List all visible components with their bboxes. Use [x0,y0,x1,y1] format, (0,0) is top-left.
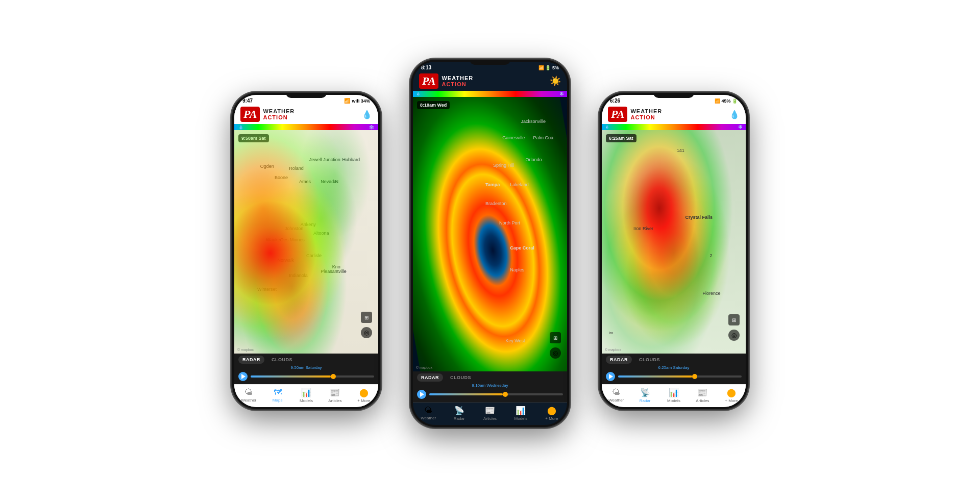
playback-bar-center [417,389,563,400]
status-time-right: 6:26 [610,98,620,104]
nav-more-left[interactable]: ⬤ + More [350,385,378,407]
nav-more-icon-right: ⬤ [727,388,736,397]
pa-action-label-right: ACTION [630,114,662,120]
progress-track-center[interactable] [429,393,563,395]
progress-thumb-right[interactable] [692,374,697,379]
pa-badge-left: PA [240,107,260,122]
mapbox-logo-center: © mapbox [416,366,432,369]
progress-thumb-left[interactable] [331,374,336,379]
nav-weather-center[interactable]: 🌤 Weather [413,403,444,425]
sun-icon-center: ☀️ [550,76,561,87]
pa-text-right: WEATHER ACTION [630,108,662,120]
layers-btn-right[interactable]: ⊞ [728,314,740,325]
status-time-center: 8:13 [421,65,431,70]
pa-action-label-center: ACTION [442,81,473,87]
tab-clouds-center[interactable]: CLOUDS [446,373,475,382]
location-btn-center[interactable]: ◎ [550,347,561,359]
nav-articles-label-right: Articles [696,398,709,403]
tab-clouds-left[interactable]: CLOUDS [267,356,297,364]
time-label-left: 9:50am Saturday [238,365,374,370]
nav-more-label-center: + More [545,416,558,421]
bottom-nav-right: 🌤 Weather 📡 Radar 📊 Models 📰 Articles ⬤ [602,384,746,407]
map-area-left[interactable]: Boone Ames Nevada Des Moines Ankeny Alto… [234,130,378,354]
tab-radar-right[interactable]: RADAR [606,356,632,364]
nav-articles-left[interactable]: 📰 Articles [321,385,349,407]
play-btn-left[interactable] [238,372,248,381]
nav-articles-icon-center: 📰 [485,406,495,415]
nav-models-label-left: Models [300,398,313,403]
nav-more-icon-left: ⬤ [359,388,369,397]
map-area-center[interactable]: Jacksonville Gainesville Palm Coa Spring… [413,97,567,371]
time-label-center: 8:10am Wednesday [417,383,563,388]
progress-track-right[interactable] [618,375,742,378]
pa-weather-label-left: WEATHER [263,108,295,114]
nav-models-right[interactable]: 📊 Models [659,385,688,407]
header-icon-left: 💧 [362,110,372,119]
nav-models-icon-center: 📊 [516,406,526,415]
pa-badge-right: PA [608,107,627,122]
nav-more-right[interactable]: ⬤ + More [717,385,746,407]
app-header-center: PA WEATHER ACTION ☀️ [413,71,567,91]
tab-radar-left[interactable]: RADAR [238,356,264,364]
pa-logo-right: PA WEATHER ACTION [608,107,662,122]
phone-right: 6:26 📶 45% 🔋 PA WEATHER ACTION 💧 💧 [600,93,748,409]
nav-radar-center[interactable]: 📡 Radar [444,403,474,425]
status-time-left: 9:47 [242,98,253,104]
nav-weather-left[interactable]: 🌤 Weather [234,385,263,407]
color-bar-center: 💧 ❄️ [413,91,567,97]
nav-maps-icon-left: 🗺 [274,388,282,397]
wifi-icon-left: 📶 [344,98,350,104]
status-icons-center: 📶 🔋 5% [538,65,559,70]
layers-btn-center[interactable]: ⊞ [550,332,561,343]
app-header-right: PA WEATHER ACTION 💧 [602,105,746,124]
nav-models-icon-left: 📊 [301,388,311,397]
location-btn-right[interactable]: ◎ [728,330,740,341]
phone-left: 9:47 📶 wifi 34% PA WEATHER ACTION 💧 [232,93,380,409]
nav-radar-icon-right: 📡 [640,388,650,397]
nav-maps-left[interactable]: 🗺 Maps [263,385,291,407]
nav-radar-icon-center: 📡 [454,406,464,415]
pa-badge-center: PA [419,73,438,89]
nav-radar-label-center: Radar [454,416,465,421]
phone-notch-right [653,93,694,98]
radar-controls-center: RADAR CLOUDS 8:10am Wednesday [413,371,567,402]
time-overlay-right: 6:25am Sat [606,134,636,142]
bottom-nav-left: 🌤 Weather 🗺 Maps 📊 Models 📰 Articles ⬤ [234,384,378,407]
nav-articles-label-left: Articles [328,398,341,403]
nav-more-label-left: + More [357,398,370,403]
phone-screen-left: 9:47 📶 wifi 34% PA WEATHER ACTION 💧 [234,95,378,407]
nav-more-center[interactable]: ⬤ + More [536,403,567,425]
tab-radar-center[interactable]: RADAR [417,373,443,382]
progress-track-left[interactable] [251,375,374,378]
progress-fill-left [251,375,331,378]
map-area-right[interactable]: Crystal Falls Iron River Florence 141 2 … [602,130,746,354]
signal-icon-center: 📶 🔋 5% [538,65,559,70]
progress-fill-right [618,375,692,378]
radar-hurricane [413,97,567,371]
progress-thumb-center[interactable] [503,392,508,397]
nav-weather-icon-right: 🌤 [612,388,620,397]
nav-articles-right[interactable]: 📰 Articles [688,385,717,407]
play-triangle-right [609,374,613,379]
radar-tabs-right: RADAR CLOUDS [606,356,742,364]
play-btn-right[interactable] [606,372,615,381]
nav-radar-right[interactable]: 📡 Radar [630,385,659,407]
nav-articles-center[interactable]: 📰 Articles [475,403,505,425]
radar-controls-right: RADAR CLOUDS 6:25am Saturday [602,354,746,384]
app-header-left: PA WEATHER ACTION 💧 [234,105,378,124]
play-triangle-left [241,374,246,379]
nav-weather-right[interactable]: 🌤 Weather [602,385,630,407]
nav-models-left[interactable]: 📊 Models [292,385,321,407]
nav-models-center[interactable]: 📊 Models [505,403,536,425]
pa-weather-label-center: WEATHER [442,75,473,81]
nav-models-label-center: Models [514,416,528,421]
header-icon-right: 💧 [729,110,740,119]
nav-models-icon-right: 📊 [669,388,679,397]
progress-fill-center [429,393,503,395]
pa-text-left: WEATHER ACTION [263,108,295,120]
play-btn-center[interactable] [417,390,426,399]
tab-clouds-right[interactable]: CLOUDS [635,356,664,364]
battery-text-left: wifi 34% [352,98,370,104]
pa-logo-left: PA WEATHER ACTION [240,107,295,122]
battery-text-right: 📶 45% 🔋 [715,98,738,104]
